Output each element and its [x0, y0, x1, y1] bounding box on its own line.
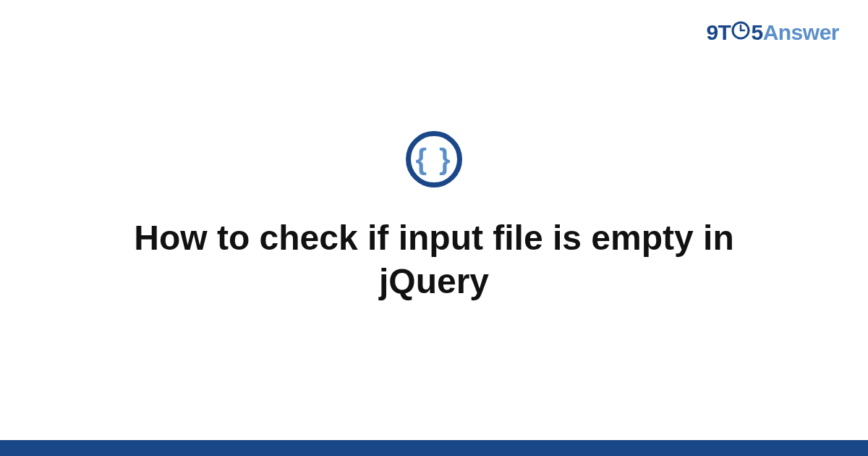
code-braces-icon: { }: [415, 145, 452, 174]
category-badge: { }: [406, 131, 462, 187]
question-title: How to check if input file is empty in j…: [72, 216, 796, 303]
main-content: { } How to check if input file is empty …: [0, 0, 868, 456]
footer-bar: [0, 440, 868, 456]
